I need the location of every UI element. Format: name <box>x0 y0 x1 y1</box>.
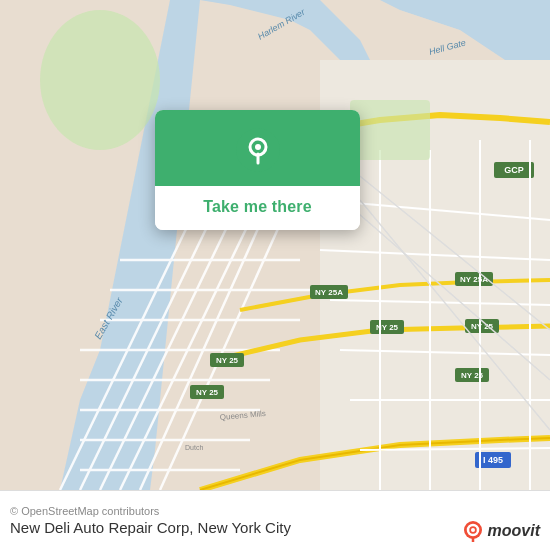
popup-button-area: Take me there <box>155 186 360 230</box>
moovit-brand-text: moovit <box>488 522 540 540</box>
svg-text:NY 25: NY 25 <box>471 322 494 331</box>
bottom-bar: © OpenStreetMap contributors New Deli Au… <box>0 490 550 550</box>
location-name: New Deli Auto Repair Corp, New York City <box>10 519 540 536</box>
popup-green-area <box>155 110 360 186</box>
svg-text:GCP: GCP <box>504 165 524 175</box>
svg-text:NY 25: NY 25 <box>216 356 239 365</box>
svg-point-49 <box>40 10 160 150</box>
moovit-logo: moovit <box>462 520 540 542</box>
svg-text:NY 25A: NY 25A <box>315 288 343 297</box>
svg-text:I 495: I 495 <box>483 455 503 465</box>
take-me-there-button[interactable]: Take me there <box>203 196 312 218</box>
svg-point-58 <box>255 144 261 150</box>
svg-text:Dutch: Dutch <box>185 444 203 451</box>
moovit-pin-icon <box>462 520 484 542</box>
map-container: I 495 I 278 NY 25 NY 25 NY 25 NY 25A NY … <box>0 0 550 490</box>
svg-text:NY 25: NY 25 <box>196 388 219 397</box>
svg-rect-50 <box>350 100 430 160</box>
location-pin-icon <box>236 128 280 172</box>
popup-card: Take me there <box>155 110 360 230</box>
attribution: © OpenStreetMap contributors <box>10 505 540 517</box>
svg-point-61 <box>471 528 475 532</box>
